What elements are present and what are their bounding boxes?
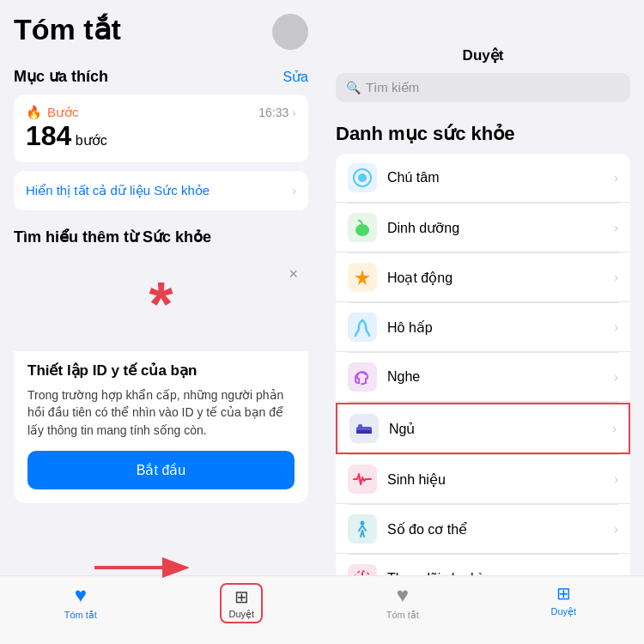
nghe-chevron: ›: [614, 370, 618, 384]
search-bar[interactable]: 🔍 Tìm kiếm: [336, 73, 630, 102]
category-item-ho-hap[interactable]: Hô hấp ›: [336, 303, 630, 352]
right-content: Danh mục sức khỏe Chú tâm ›: [322, 111, 644, 575]
ho-hap-icon: [348, 313, 377, 342]
steps-card[interactable]: 🔥 Bước 16:33 › 184 bước: [14, 94, 308, 162]
promo-icon-area: *: [14, 257, 308, 351]
arrow-indicator: [86, 552, 189, 586]
promo-body: Thiết lập ID y tế của bạn Trong trường h…: [14, 351, 308, 503]
search-input[interactable]: Tìm kiếm: [366, 80, 419, 95]
dinh-duong-label: Dinh dưỡng: [387, 220, 604, 236]
search-icon: 🔍: [346, 81, 361, 94]
start-button[interactable]: Bắt đầu: [27, 451, 295, 489]
sinh-hieu-icon: [348, 465, 377, 494]
nghe-icon: [348, 362, 377, 392]
category-list: Chú tâm › Dinh dưỡng ›: [336, 154, 630, 575]
category-item-ngu[interactable]: Ngủ ›: [336, 403, 630, 454]
favorites-header: Mục ưa thích Sửa: [14, 67, 308, 86]
grid-icon-right: ⊞: [556, 583, 571, 604]
svg-line-11: [362, 526, 366, 531]
ngu-chevron: ›: [612, 422, 617, 435]
theo-doi-icon: [348, 564, 377, 575]
promo-card: × * Thiết lập ID y tế của bạn Trong trườ…: [14, 257, 308, 503]
view-all-text: Hiển thị tất cả dữ liệu Sức khỏe: [26, 183, 210, 198]
left-scroll-content: Tóm tắt Mục ưa thích Sửa 🔥 Bước 16:33 › …: [0, 0, 322, 575]
tab-tom-tat-right[interactable]: ♥ Tóm tắt: [322, 583, 483, 621]
tab-duyet-right[interactable]: ⊞ Duyệt: [483, 583, 645, 617]
flame-icon: 🔥: [26, 105, 42, 120]
so-do-chevron: ›: [614, 522, 618, 536]
category-item-so-do[interactable]: Số đo cơ thể ›: [336, 505, 630, 554]
ho-hap-label: Hô hấp: [387, 319, 604, 336]
category-item-nghe[interactable]: Nghe ›: [336, 353, 630, 402]
medical-asterisk-icon: *: [149, 273, 173, 335]
favorites-title: Mục ưa thích: [14, 67, 108, 86]
tab-tom-tat-left[interactable]: ♥ Tóm tắt: [0, 583, 161, 621]
so-do-icon: [348, 514, 377, 544]
tab-duyet-box: ⊞ Duyệt: [220, 583, 263, 623]
tab-duyet-right-label: Duyệt: [550, 606, 576, 617]
category-section-title: Danh mục sức khỏe: [336, 123, 630, 145]
grid-icon: ⊞: [234, 586, 249, 607]
svg-rect-7: [356, 430, 372, 434]
svg-rect-8: [358, 424, 362, 428]
hoat-dong-chevron: ›: [614, 270, 618, 284]
right-header: Duyệt 🔍 Tìm kiếm: [322, 0, 644, 111]
category-item-dinh-duong[interactable]: Dinh dưỡng ›: [336, 204, 630, 252]
steps-count: 184: [26, 120, 71, 151]
so-do-label: Số đo cơ thể: [387, 521, 604, 538]
tab-bar-left: ♥ Tóm tắt ⊞ Duyệt: [0, 575, 322, 644]
svg-point-3: [358, 173, 367, 182]
learn-section-title: Tìm hiểu thêm từ Sức khỏe: [14, 228, 308, 246]
tab-bar-right: ♥ Tóm tắt ⊞ Duyệt: [322, 575, 644, 644]
dinh-duong-icon: [348, 213, 377, 242]
ngu-label: Ngủ: [389, 421, 602, 437]
chu-tam-chevron: ›: [614, 171, 618, 185]
tab-tom-tat-right-label: Tóm tắt: [386, 610, 419, 621]
heart-icon-right: ♥: [397, 583, 409, 607]
steps-count-row: 184 bước: [26, 120, 296, 152]
left-panel: Tóm tắt Mục ưa thích Sửa 🔥 Bước 16:33 › …: [0, 0, 322, 644]
nghe-label: Nghe: [387, 369, 604, 385]
page-title: Tóm tắt: [14, 14, 121, 46]
steps-time: 16:33: [258, 106, 289, 119]
right-title: Duyệt: [336, 46, 630, 64]
steps-chevron-icon: ›: [292, 106, 296, 119]
category-item-sinh-hieu[interactable]: Sinh hiệu ›: [336, 455, 630, 504]
close-icon[interactable]: ×: [289, 265, 298, 283]
sinh-hieu-label: Sinh hiệu: [387, 471, 604, 488]
promo-title: Thiết lập ID y tế của bạn: [27, 361, 295, 380]
sinh-hieu-chevron: ›: [614, 472, 618, 486]
steps-header-row: 🔥 Bước 16:33 ›: [26, 105, 296, 120]
steps-unit: bước: [76, 133, 107, 148]
svg-marker-5: [355, 270, 370, 285]
promo-desc: Trong trường hợp khẩn cấp, những người p…: [27, 386, 295, 439]
avatar[interactable]: [272, 14, 308, 50]
tab-tom-tat-label: Tóm tắt: [64, 610, 97, 621]
hoat-dong-icon: [348, 263, 377, 292]
category-item-hoat-dong[interactable]: Hoạt động ›: [336, 253, 630, 302]
edit-link[interactable]: Sửa: [283, 69, 308, 85]
svg-line-13: [362, 531, 364, 537]
view-all-card[interactable]: Hiển thị tất cả dữ liệu Sức khỏe ›: [14, 171, 308, 210]
svg-point-4: [355, 224, 369, 236]
tab-duyet-left[interactable]: ⊞ Duyệt: [161, 583, 323, 623]
dinh-duong-chevron: ›: [614, 221, 618, 234]
hoat-dong-label: Hoạt động: [387, 270, 604, 286]
heart-icon: ♥: [75, 583, 87, 607]
left-header: Tóm tắt: [14, 14, 308, 50]
right-panel: Duyệt 🔍 Tìm kiếm Danh mục sức khỏe Chú t…: [322, 0, 644, 644]
chu-tam-label: Chú tâm: [387, 170, 604, 185]
svg-point-9: [361, 521, 365, 526]
chu-tam-icon: [348, 163, 377, 192]
steps-label: 🔥 Bước: [26, 105, 79, 120]
view-all-chevron-icon: ›: [292, 184, 296, 197]
tab-duyet-label: Duyệt: [228, 609, 254, 620]
category-item-chu-tam[interactable]: Chú tâm ›: [336, 154, 630, 203]
arrow-svg: [86, 552, 189, 583]
category-item-theo-doi[interactable]: Theo dõi chu kỳ ›: [336, 555, 630, 575]
ngu-icon: [349, 414, 379, 443]
ho-hap-chevron: ›: [614, 320, 618, 334]
